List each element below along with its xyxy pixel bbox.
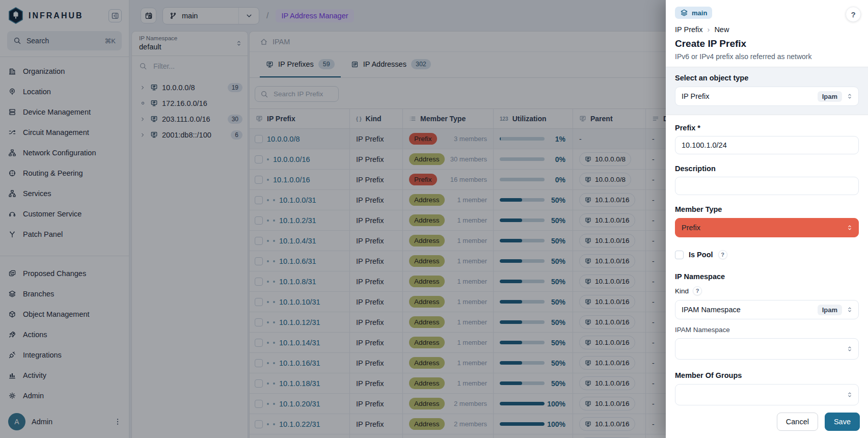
help-button[interactable]: ? xyxy=(846,7,861,22)
branch-badge: main xyxy=(675,7,712,19)
cancel-button[interactable]: Cancel xyxy=(777,413,818,431)
description-input[interactable] xyxy=(675,177,859,195)
select-chevrons-icon xyxy=(846,224,853,231)
select-chevrons-icon xyxy=(846,93,853,100)
member-of-groups-label: Member Of Groups xyxy=(675,371,859,379)
object-type-label: Select an object type xyxy=(675,74,859,82)
panel-title: Create IP Prefix xyxy=(675,38,860,49)
create-form: Prefix * Description Member Type Prefix … xyxy=(666,115,868,413)
is-pool-checkbox[interactable] xyxy=(675,251,684,259)
object-type-section: Select an object type IP Prefix Ipam xyxy=(666,67,868,115)
panel-footer: Cancel Save xyxy=(666,413,868,438)
prefix-label: Prefix * xyxy=(675,124,859,132)
panel-subtitle: IPv6 or IPv4 prefix also referred as net… xyxy=(675,52,860,61)
breadcrumb-chevron: › xyxy=(708,25,710,34)
description-label: Description xyxy=(675,165,859,173)
panel-breadcrumb: IP Prefix › New xyxy=(675,25,860,34)
member-of-groups-select[interactable] xyxy=(675,384,859,405)
member-type-value: Prefix xyxy=(682,224,842,232)
member-type-label: Member Type xyxy=(675,205,859,213)
kind-select[interactable]: IPAM Namespace Ipam xyxy=(675,300,859,319)
save-button[interactable]: Save xyxy=(825,413,860,431)
kind-help[interactable]: ? xyxy=(693,286,702,295)
panel-breadcrumb-parent[interactable]: IP Prefix xyxy=(675,25,703,34)
object-type-kind-badge: Ipam xyxy=(818,91,842,102)
create-ip-prefix-panel: main ? IP Prefix › New Create IP Prefix … xyxy=(666,0,868,438)
panel-header: main ? IP Prefix › New Create IP Prefix … xyxy=(666,0,868,67)
kind-badge: Ipam xyxy=(818,305,842,315)
ipam-namespace-select[interactable] xyxy=(675,338,859,360)
prefix-input[interactable] xyxy=(675,136,859,154)
member-type-select[interactable]: Prefix xyxy=(675,218,859,237)
ip-namespace-heading: IP Namespace xyxy=(675,272,859,281)
panel-breadcrumb-current: New xyxy=(714,25,729,34)
select-chevrons-icon xyxy=(846,391,853,398)
layers-icon xyxy=(680,9,688,17)
is-pool-help[interactable]: ? xyxy=(718,250,727,259)
is-pool-row: Is Pool ? xyxy=(675,250,859,259)
select-chevrons-icon xyxy=(846,345,853,352)
branch-badge-label: main xyxy=(692,9,707,17)
object-type-value: IP Prefix xyxy=(682,92,813,100)
ipam-namespace-label: IPAM Namespace xyxy=(675,326,859,334)
kind-value: IPAM Namespace xyxy=(682,306,813,314)
kind-label: Kind xyxy=(675,287,689,295)
select-chevrons-icon xyxy=(846,306,853,313)
is-pool-label: Is Pool xyxy=(689,251,713,259)
object-type-select[interactable]: IP Prefix Ipam xyxy=(675,87,859,106)
ip-namespace-section: IP Namespace Kind ? IPAM Namespace Ipam … xyxy=(675,272,859,360)
